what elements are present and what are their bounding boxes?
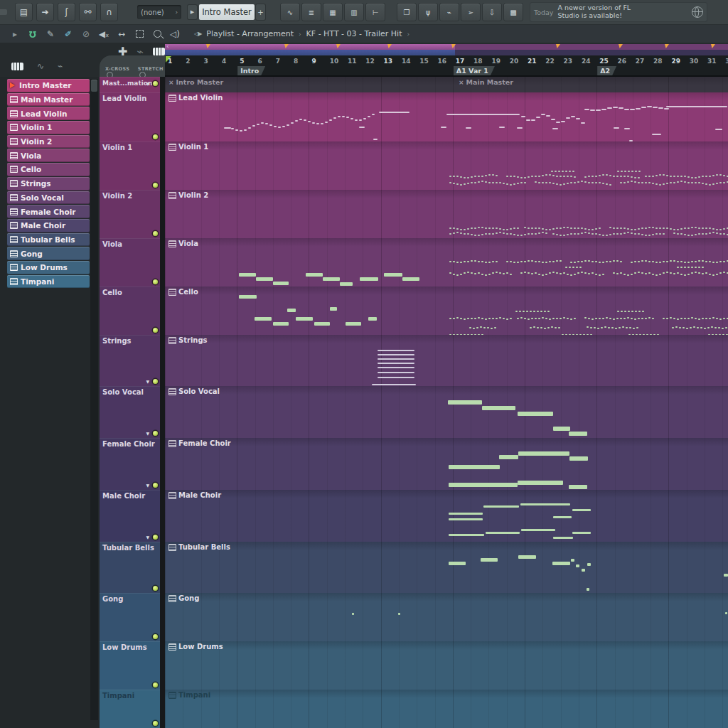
- plugin-routing-button[interactable]: ⊢: [366, 4, 385, 21]
- track-led[interactable]: [153, 586, 158, 591]
- picker-pattern-item[interactable]: Cello: [7, 163, 90, 176]
- timeline-marker[interactable]: A1 Var 1: [454, 66, 495, 75]
- pattern-clip[interactable]: ×Intro Master×Main Master: [165, 77, 728, 92]
- track-led[interactable]: [153, 134, 158, 139]
- pattern-clip[interactable]: Cello: [165, 287, 728, 335]
- picker-pattern-item[interactable]: Violin 2: [7, 135, 90, 149]
- pattern-selector[interactable]: Intro Master: [199, 4, 255, 20]
- pattern-group-dropdown[interactable]: (none) ›: [137, 5, 181, 19]
- pattern-add-button[interactable]: +: [256, 4, 265, 20]
- track-led[interactable]: [153, 379, 158, 384]
- chevron-down-icon[interactable]: ▼: [146, 431, 149, 436]
- automation-link-icon[interactable]: ⌁: [58, 61, 63, 71]
- mixer-button[interactable]: ▥: [345, 4, 363, 21]
- chevron-down-icon[interactable]: ▼: [146, 483, 149, 488]
- playlist-preview-scrollbar[interactable]: [165, 50, 728, 55]
- play-cursor-icon[interactable]: ▸: [10, 29, 20, 39]
- pattern-clip[interactable]: Lead Violin: [165, 92, 728, 141]
- picker-pattern-item[interactable]: Strings: [7, 177, 90, 191]
- magnet-icon[interactable]: Ω: [28, 29, 38, 39]
- track-header[interactable]: Violin 2: [100, 190, 160, 238]
- track-led[interactable]: [153, 279, 158, 284]
- picker-pattern-item[interactable]: Low Drums: [7, 261, 90, 274]
- redo-arrow-button[interactable]: ➔: [37, 4, 53, 21]
- pattern-clip[interactable]: Male Choir: [165, 490, 728, 542]
- track-led[interactable]: [153, 81, 158, 86]
- pattern-clip[interactable]: Low Drums: [165, 641, 728, 690]
- pattern-next-button[interactable]: ▶: [188, 5, 197, 19]
- slip-tool-icon[interactable]: ↔: [117, 29, 127, 39]
- track-header[interactable]: Mast...mation▼: [100, 77, 160, 92]
- playlist-marker-scrollbar[interactable]: [165, 44, 728, 50]
- track-header[interactable]: Lead Violin: [100, 92, 160, 141]
- track-header[interactable]: Solo Vocal▼: [100, 386, 160, 438]
- paint-tool-icon[interactable]: ✐: [63, 29, 73, 39]
- pattern-clip[interactable]: Viola: [165, 238, 728, 287]
- track-header[interactable]: Male Choir▼: [100, 490, 160, 542]
- pattern-clip[interactable]: Gong: [165, 593, 728, 641]
- chevron-down-icon[interactable]: ▼: [146, 81, 149, 86]
- picker-pattern-item[interactable]: Gong: [7, 247, 90, 260]
- pattern-clip[interactable]: Tubular Bells: [165, 542, 728, 593]
- track-led[interactable]: [153, 328, 158, 333]
- track-header[interactable]: Female Choir▼: [100, 438, 160, 490]
- scroll-left-arrow-icon[interactable]: ‹: [166, 43, 169, 49]
- link-button[interactable]: ⚯: [80, 4, 96, 21]
- track-led[interactable]: [153, 682, 158, 687]
- panel-stub[interactable]: [0, 9, 7, 15]
- pattern-clip[interactable]: Female Choir: [165, 438, 728, 490]
- pattern-picker-button[interactable]: ▤: [16, 4, 32, 21]
- delete-tool-icon[interactable]: ⊘: [81, 29, 91, 39]
- picker-pattern-item[interactable]: Main Master: [7, 93, 90, 107]
- track-led[interactable]: [153, 634, 158, 639]
- muted-clip-label[interactable]: ×Main Master: [459, 78, 513, 86]
- track-header[interactable]: Violin 1: [100, 141, 160, 190]
- track-header[interactable]: Tubular Bells: [100, 542, 160, 593]
- picker-pattern-item[interactable]: Intro Master: [7, 79, 90, 92]
- piano-icon[interactable]: [11, 63, 23, 70]
- track-led[interactable]: [153, 483, 158, 488]
- download-button[interactable]: ⇩: [483, 4, 501, 21]
- picker-scrollbar[interactable]: [90, 79, 98, 720]
- picker-pattern-item[interactable]: Viola: [7, 149, 90, 162]
- audio-wave-icon[interactable]: ∿: [37, 61, 44, 71]
- playback-tool-icon[interactable]: ◁): [170, 29, 180, 39]
- channel-rack-button[interactable]: ▦: [323, 4, 342, 21]
- timeline-marker[interactable]: A2: [597, 66, 616, 75]
- automation-editor-button[interactable]: ∿: [281, 4, 299, 21]
- chevron-down-icon[interactable]: ▼: [146, 535, 149, 540]
- playlist-button[interactable]: ≣: [302, 4, 321, 21]
- track-header[interactable]: Gong: [100, 593, 160, 641]
- picker-pattern-item[interactable]: Male Choir: [7, 219, 90, 232]
- track-led[interactable]: [153, 535, 158, 540]
- draw-tool-icon[interactable]: ✎: [46, 29, 55, 39]
- remote-control-button[interactable]: ➢: [461, 4, 480, 21]
- select-tool-icon[interactable]: [134, 29, 144, 39]
- chevron-down-icon[interactable]: ▼: [146, 379, 149, 384]
- update-notification[interactable]: Today A newer version of FL Studio is av…: [530, 2, 707, 22]
- picker-pattern-item[interactable]: Timpani: [7, 275, 90, 289]
- swing-button[interactable]: ʃ: [58, 4, 75, 21]
- pattern-clip[interactable]: Strings: [165, 335, 728, 386]
- playlist-speaker-icon[interactable]: ◁▶: [194, 31, 201, 37]
- pattern-clip[interactable]: Violin 1: [165, 141, 728, 190]
- track-led[interactable]: [153, 183, 158, 188]
- picker-pattern-item[interactable]: Female Choir: [7, 205, 90, 218]
- track-header[interactable]: Strings▼: [100, 335, 160, 386]
- muted-clip-label[interactable]: ×Intro Master: [168, 78, 223, 86]
- timeline-ruler[interactable]: 1234567891011121314151617181920212223242…: [165, 55, 728, 77]
- performance-mode-button[interactable]: ⌁: [440, 4, 459, 21]
- timeline-marker[interactable]: Intro: [237, 66, 265, 75]
- shop-button[interactable]: ▩: [504, 4, 523, 21]
- project-file-button[interactable]: ❐: [397, 4, 416, 21]
- zoom-tool-icon[interactable]: [152, 29, 162, 39]
- track-header[interactable]: Low Drums: [100, 641, 160, 690]
- piano-roll-icon[interactable]: [153, 48, 165, 55]
- track-header[interactable]: Cello: [100, 287, 160, 335]
- pattern-clip[interactable]: Solo Vocal: [165, 386, 728, 438]
- pattern-clip[interactable]: Timpani: [165, 690, 728, 728]
- pattern-clip[interactable]: Violin 2: [165, 190, 728, 238]
- picker-pattern-item[interactable]: Solo Vocal: [7, 191, 90, 205]
- picker-pattern-item[interactable]: Tubular Bells: [7, 233, 90, 247]
- plugin-button[interactable]: ψ: [419, 4, 437, 21]
